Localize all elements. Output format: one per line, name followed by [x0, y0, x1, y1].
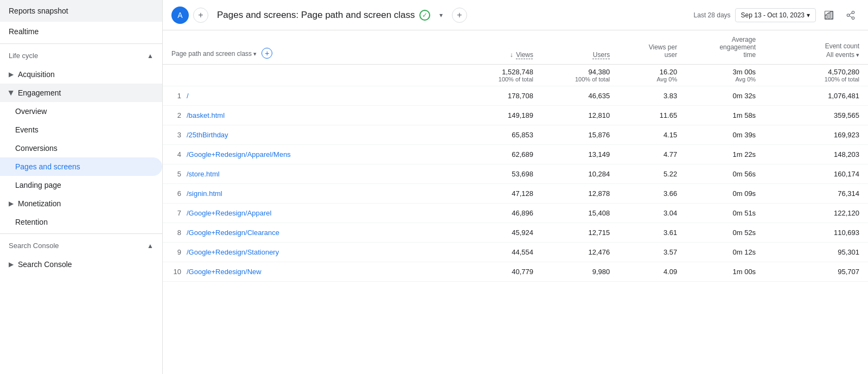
events-label: Events	[15, 125, 39, 134]
summary-avg-cell: 3m 00s Avg 0%	[686, 65, 764, 86]
summary-views: 1,528,748	[474, 68, 533, 76]
col-all-events-label: All events	[826, 51, 854, 59]
filter-chevron-icon: ▾	[253, 50, 257, 58]
row-path-link[interactable]: /	[187, 92, 189, 100]
sidebar-item-search-console[interactable]: ▶ Search Console	[0, 255, 162, 274]
row-users: 12,878	[542, 184, 618, 204]
row-number: 10	[171, 268, 181, 276]
add-comparison-button[interactable]: +	[193, 8, 208, 23]
row-event-count: 122,120	[764, 204, 868, 223]
row-number: 3	[171, 131, 181, 139]
row-path-cell: 2 /basket.html	[163, 106, 465, 125]
sidebar-item-monetization[interactable]: ▶ Monetization	[0, 194, 162, 213]
table-row: 7 /Google+Redesign/Apparel 46,896 15,408…	[163, 204, 868, 223]
summary-views-sub: 100% of total	[474, 76, 533, 83]
col-users-label: Users	[593, 51, 610, 59]
row-avg-engagement: 1m 58s	[686, 106, 764, 125]
svg-rect-1	[828, 13, 830, 19]
row-views: 53,698	[465, 164, 542, 184]
row-number: 4	[171, 150, 181, 159]
col-event-count-label: Event count	[825, 42, 859, 50]
row-avg-engagement: 0m 09s	[686, 184, 764, 204]
date-range-text: Sep 13 - Oct 10, 2023	[741, 11, 805, 19]
row-views: 65,853	[465, 125, 542, 145]
row-views-per-user: 3.66	[618, 184, 686, 204]
col-header-views-per-user: Views per user	[618, 30, 686, 65]
conversions-label: Conversions	[15, 144, 58, 153]
table-row: 3 /25thBirthday 65,853 15,876 4.15 0m 39…	[163, 125, 868, 145]
search-console-chevron-icon: ▲	[147, 242, 154, 250]
col-header-users: Users	[542, 30, 618, 65]
row-event-count: 169,923	[764, 125, 868, 145]
row-avg-engagement: 0m 51s	[686, 204, 764, 223]
row-views: 178,708	[465, 86, 542, 106]
col-add-button[interactable]: +	[261, 48, 272, 59]
sidebar-item-reports-snapshot[interactable]: Reports snapshot	[0, 0, 162, 22]
sidebar-item-events[interactable]: Events	[0, 121, 162, 139]
title-chevron-button[interactable]: ▾	[435, 9, 448, 22]
search-console-label: Search Console	[18, 260, 72, 269]
sidebar-item-realtime[interactable]: Realtime	[0, 22, 162, 41]
row-views-per-user: 11.65	[618, 106, 686, 125]
row-views-per-user: 4.15	[618, 125, 686, 145]
svg-rect-2	[831, 11, 833, 19]
sidebar-section-search-console[interactable]: Search Console ▲	[0, 236, 162, 255]
all-events-dropdown-button[interactable]: ▾	[856, 52, 859, 59]
title-add-button[interactable]: +	[452, 8, 467, 23]
row-path-link[interactable]: /Google+Redesign/Stationery	[187, 248, 279, 256]
row-path-link[interactable]: /Google+Redesign/Clearance	[187, 229, 279, 237]
row-path-link[interactable]: /Google+Redesign/Apparel	[187, 209, 271, 217]
sidebar-item-landing-page[interactable]: Landing page	[0, 176, 162, 194]
arrow-icon-search-console: ▶	[9, 261, 14, 268]
table-row: 8 /Google+Redesign/Clearance 45,924 12,7…	[163, 223, 868, 243]
row-path-link[interactable]: /Google+Redesign/New	[187, 268, 261, 276]
sidebar-item-retention[interactable]: Retention	[0, 213, 162, 231]
summary-row: 1,528,748 100% of total 94,380 100% of t…	[163, 65, 868, 86]
sidebar-divider-2	[0, 233, 162, 234]
col-page-path-label: Page path and screen class	[171, 50, 252, 58]
row-path-cell: 6 /signin.html	[163, 184, 465, 203]
col-header-event-count: Event count All events ▾	[764, 30, 868, 65]
sidebar-section-lifecycle[interactable]: Life cycle ▲	[0, 46, 162, 65]
row-path-cell: 8 /Google+Redesign/Clearance	[163, 223, 465, 242]
col-views-label: Views	[516, 51, 533, 59]
acquisition-label: Acquisition	[18, 70, 55, 79]
avatar: A	[171, 7, 189, 24]
retention-label: Retention	[15, 218, 48, 226]
row-path-link[interactable]: /Google+Redesign/Apparel/Mens	[187, 150, 291, 159]
sidebar-item-pages-and-screens[interactable]: Pages and screens	[0, 157, 162, 176]
summary-label-cell	[163, 65, 465, 71]
svg-point-6	[852, 17, 854, 20]
row-path-cell: 9 /Google+Redesign/Stationery	[163, 243, 465, 262]
summary-event-count: 4,570,280	[773, 68, 859, 76]
row-avg-engagement: 0m 32s	[686, 86, 764, 106]
sidebar-item-conversions[interactable]: Conversions	[0, 139, 162, 157]
row-path-link[interactable]: /basket.html	[187, 111, 225, 119]
sort-down-icon: ↓	[510, 51, 513, 59]
sidebar-item-engagement[interactable]: ▶ Engagement	[0, 84, 162, 102]
table-row: 4 /Google+Redesign/Apparel/Mens 62,689 1…	[163, 145, 868, 164]
row-path-link[interactable]: /signin.html	[187, 189, 222, 198]
share-icon-button[interactable]	[842, 7, 859, 24]
row-path-cell: 3 /25thBirthday	[163, 125, 465, 144]
row-path-link[interactable]: /store.html	[187, 170, 220, 178]
check-icon: ✓	[419, 10, 430, 21]
row-event-count: 148,203	[764, 145, 868, 164]
sidebar-item-overview[interactable]: Overview	[0, 102, 162, 121]
row-event-count: 359,565	[764, 106, 868, 125]
date-range-button[interactable]: Sep 13 - Oct 10, 2023 ▾	[735, 8, 816, 22]
page-path-filter-button[interactable]: Page path and screen class ▾	[171, 50, 257, 58]
row-path-link[interactable]: /25thBirthday	[187, 131, 228, 139]
sidebar-item-acquisition[interactable]: ▶ Acquisition	[0, 65, 162, 84]
row-views-per-user: 3.04	[618, 204, 686, 223]
row-users: 46,635	[542, 86, 618, 106]
col-header-page-path: Page path and screen class ▾ +	[163, 30, 465, 65]
page-title: Pages and screens: Page path and screen …	[217, 10, 415, 21]
summary-views-cell: 1,528,748 100% of total	[465, 65, 542, 86]
col-vpu-line2: user	[665, 51, 677, 59]
summary-vpu-cell: 16.20 Avg 0%	[618, 65, 686, 86]
row-number: 7	[171, 209, 181, 217]
row-event-count: 95,707	[764, 262, 868, 282]
chart-icon-button[interactable]	[820, 7, 838, 24]
col-vpu-line1: Views per	[649, 43, 677, 51]
